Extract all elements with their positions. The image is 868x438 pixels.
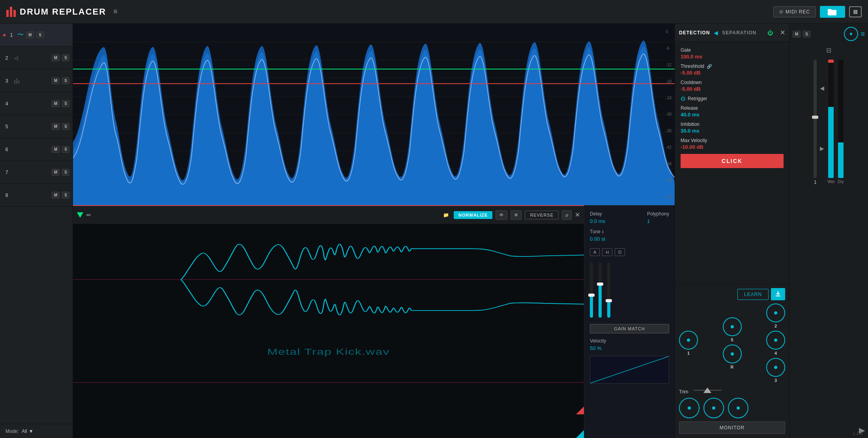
params-top-row: Delay 0.0 ms Polyphony 1 bbox=[590, 211, 669, 224]
learn-button[interactable]: LEARN bbox=[737, 289, 769, 300]
playback-controls: ▶ ▶ bbox=[820, 60, 824, 178]
separation-tab[interactable]: SEPARATION bbox=[722, 30, 756, 36]
retrigger-power-icon[interactable]: ⏻ bbox=[681, 96, 685, 101]
power-icon[interactable]: ⏻ bbox=[767, 30, 773, 36]
playhead-button[interactable] bbox=[77, 212, 83, 218]
mute-button[interactable]: M bbox=[52, 54, 60, 61]
eye-button[interactable]: 👁 bbox=[496, 210, 507, 220]
track-row[interactable]: 5 M S bbox=[0, 115, 73, 138]
mute-button[interactable]: M bbox=[52, 100, 60, 107]
knob-large-1 bbox=[679, 398, 700, 418]
gain-match-button[interactable]: GAIN MATCH bbox=[590, 324, 669, 333]
trim-label: Trim bbox=[679, 389, 688, 395]
attack-button[interactable]: A bbox=[590, 248, 600, 256]
knob-5-control[interactable] bbox=[723, 317, 742, 336]
gate-label: Gate bbox=[681, 47, 784, 53]
knob-3-control[interactable] bbox=[766, 358, 785, 377]
mode-value[interactable]: All ▼ bbox=[22, 429, 33, 434]
dry-label: Dry bbox=[838, 180, 844, 184]
midi-rec-label: MIDI REC bbox=[786, 9, 810, 15]
vol-mute-button[interactable]: M bbox=[793, 31, 801, 37]
reverse-button[interactable]: REVERSE bbox=[525, 211, 559, 219]
attack-slider[interactable] bbox=[590, 262, 593, 318]
midi-rec-button[interactable]: MIDI REC bbox=[773, 6, 816, 17]
mute-button[interactable]: M bbox=[52, 123, 60, 130]
knob-2-control[interactable] bbox=[766, 303, 785, 322]
velocity-curve[interactable] bbox=[590, 356, 669, 384]
main-fader-slider[interactable] bbox=[814, 60, 817, 178]
track-row[interactable]: 2 ◁ M S bbox=[0, 47, 73, 69]
channel-waveform-svg: Metal Trap Kick.wav bbox=[73, 224, 584, 438]
knob-r: R bbox=[723, 344, 742, 369]
knob-grid-row: 1 5 R bbox=[679, 303, 785, 383]
channel-name-input[interactable]: Metal Trap Kick bbox=[96, 212, 440, 218]
click-button[interactable]: CLICK bbox=[681, 154, 784, 168]
close-icon[interactable]: ✕ bbox=[780, 29, 785, 36]
play-down-icon[interactable]: ▶ bbox=[820, 145, 824, 152]
track-row[interactable]: 7 M S bbox=[0, 161, 73, 184]
track-row[interactable]: 4 M S bbox=[0, 92, 73, 115]
track-number: 4 bbox=[3, 101, 10, 107]
menu-icon[interactable]: ≡ bbox=[113, 7, 118, 16]
detection-tab[interactable]: DETECTION bbox=[679, 30, 710, 36]
knob-4-control[interactable] bbox=[766, 331, 785, 350]
decay-button[interactable]: D bbox=[615, 248, 625, 256]
vol-solo-button[interactable]: S bbox=[803, 31, 810, 37]
active-indicator bbox=[3, 34, 6, 36]
eq-icon: ⊟ bbox=[826, 47, 831, 54]
solo-button[interactable]: S bbox=[62, 123, 69, 130]
playlist-icon[interactable]: ≡ bbox=[861, 30, 865, 38]
solo-button[interactable]: S bbox=[62, 54, 69, 61]
vol-knob[interactable] bbox=[844, 27, 858, 41]
decay-slider[interactable] bbox=[607, 262, 610, 318]
folder-icon-small[interactable]: 📁 bbox=[443, 212, 449, 218]
solo-button[interactable]: S bbox=[62, 77, 69, 84]
solo-button[interactable]: S bbox=[62, 192, 69, 198]
center-content: 0 -6 -12 -18 -24 -30 -36 -42 -48 -54 -60… bbox=[73, 24, 675, 438]
knobs-panel: LEARN 1 bbox=[675, 284, 789, 438]
play-up-icon[interactable]: ▶ bbox=[820, 86, 824, 92]
solo-button[interactable]: S bbox=[36, 32, 44, 38]
velocity-value: 50 % bbox=[590, 345, 669, 351]
knob-1-control[interactable] bbox=[679, 331, 698, 350]
mute-button[interactable]: M bbox=[26, 32, 34, 38]
channel-waveform[interactable]: Metal Trap Kick.wav bbox=[73, 224, 584, 438]
hold-slider[interactable] bbox=[599, 262, 602, 318]
solo-button[interactable]: S bbox=[62, 169, 69, 176]
monitor-button[interactable]: MONITOR bbox=[679, 421, 785, 434]
max-velocity-value: -10.00 dB bbox=[681, 144, 784, 150]
folder-button[interactable] bbox=[820, 6, 845, 18]
close-editor-button[interactable]: ✕ bbox=[575, 211, 580, 219]
cooldown-param: Cooldown -5.00 dB bbox=[681, 80, 784, 92]
knob-2: 2 bbox=[766, 303, 785, 328]
knob-large-2 bbox=[703, 398, 724, 418]
delay-label: Delay bbox=[590, 211, 605, 217]
mute-button[interactable]: M bbox=[52, 169, 60, 176]
wet-label: Wet bbox=[827, 180, 834, 184]
track-row[interactable]: 8 M S bbox=[0, 184, 73, 207]
track-row[interactable]: 1 〜 M S bbox=[0, 24, 73, 47]
waveform-display[interactable]: 0 -6 -12 -18 -24 -30 -36 -42 -48 -54 -60 bbox=[73, 24, 675, 205]
solo-button[interactable]: S bbox=[62, 146, 69, 153]
track-row[interactable]: 6 M S bbox=[0, 138, 73, 161]
logo-bar-1 bbox=[6, 10, 9, 17]
large-knob-3[interactable] bbox=[728, 398, 748, 418]
large-knob-1[interactable] bbox=[679, 398, 700, 418]
normalize-button[interactable]: NORMALIZE bbox=[454, 211, 492, 219]
hold-button[interactable]: H bbox=[602, 248, 612, 256]
midi-rec-dot bbox=[779, 10, 783, 14]
download-button[interactable] bbox=[771, 288, 785, 300]
track-number: 7 bbox=[3, 169, 10, 175]
solo-button[interactable]: S bbox=[62, 100, 69, 107]
mute-button[interactable]: M bbox=[52, 146, 60, 153]
retrigger-row: ⏻ Retrigger bbox=[681, 96, 784, 101]
h-slider bbox=[599, 262, 602, 318]
mute-button[interactable]: M bbox=[52, 77, 60, 84]
track-row[interactable]: 3 M S bbox=[0, 69, 73, 92]
app-logo: DRUM REPLACER bbox=[6, 7, 106, 17]
mute-button[interactable]: M bbox=[52, 192, 60, 198]
slice-button[interactable]: ⌀ bbox=[562, 210, 572, 220]
large-knob-2[interactable] bbox=[703, 398, 724, 418]
snowflake-button[interactable]: ❄ bbox=[511, 210, 522, 220]
knob-r-control[interactable] bbox=[723, 344, 742, 363]
